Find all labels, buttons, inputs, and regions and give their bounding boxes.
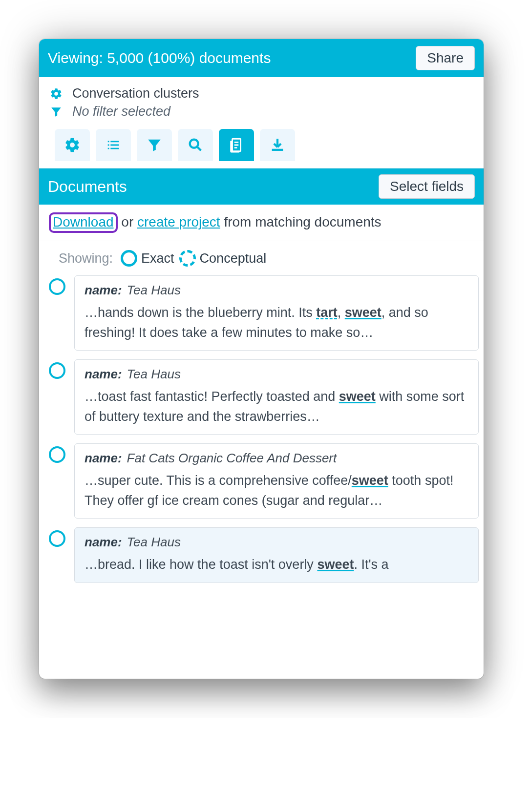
actions-bar: Download or create project from matching… [39, 205, 484, 241]
svg-point-0 [190, 140, 198, 148]
legend-conceptual[interactable]: Conceptual [179, 250, 267, 267]
document-card[interactable]: name:Tea Haus…toast fast fantastic! Perf… [74, 359, 479, 435]
tool-documents[interactable] [219, 129, 254, 161]
clusters-row[interactable]: Conversation clusters [49, 86, 474, 101]
create-project-link[interactable]: create project [137, 214, 220, 229]
download-highlight: Download [49, 212, 118, 233]
tool-filter[interactable] [137, 129, 172, 161]
tool-list[interactable] [96, 129, 131, 161]
tool-settings[interactable] [55, 129, 90, 161]
document-snippet: …hands down is the blueberry mint. Its t… [85, 303, 468, 342]
meta-field-label: name: [85, 451, 122, 465]
clusters-label: Conversation clusters [72, 86, 199, 101]
meta-field-value: Tea Haus [127, 535, 181, 549]
legend-conceptual-label: Conceptual [200, 251, 267, 266]
document-row: name:Fat Cats Organic Coffee And Dessert… [49, 443, 479, 519]
filter-label: No filter selected [72, 104, 170, 119]
legend-exact-label: Exact [141, 251, 174, 266]
meta-field-label: name: [85, 283, 122, 297]
exact-circle-icon [121, 250, 137, 267]
match-highlight: sweet [317, 557, 354, 572]
document-snippet: …toast fast fantastic! Perfectly toasted… [85, 387, 468, 426]
document-card[interactable]: name:Tea Haus…hands down is the blueberr… [74, 275, 479, 351]
document-meta: name:Tea Haus [85, 535, 468, 550]
meta-field-value: Tea Haus [127, 367, 181, 381]
filter-row[interactable]: No filter selected [49, 104, 474, 119]
conceptual-circle-icon [179, 250, 196, 267]
document-row: name:Tea Haus…bread. I like how the toas… [49, 527, 479, 583]
match-highlight: tart [316, 305, 338, 320]
match-highlight: sweet [352, 473, 388, 488]
section-header: Documents Select fields [39, 168, 484, 205]
viewing-count: Viewing: 5,000 (100%) documents [48, 50, 271, 66]
view-toolbar [49, 123, 474, 161]
document-select-radio[interactable] [49, 530, 65, 547]
document-meta: name:Fat Cats Organic Coffee And Dessert [85, 451, 468, 466]
meta-field-value: Fat Cats Organic Coffee And Dessert [127, 451, 337, 465]
download-link[interactable]: Download [53, 214, 114, 229]
tool-download[interactable] [260, 129, 295, 161]
share-button[interactable]: Share [416, 46, 475, 70]
context-block: Conversation clusters No filter selected [39, 77, 484, 168]
showing-legend: Showing: Exact Conceptual [39, 241, 484, 273]
legend-exact[interactable]: Exact [121, 250, 174, 267]
document-list[interactable]: name:Tea Haus…hands down is the blueberr… [39, 273, 484, 679]
document-meta: name:Tea Haus [85, 283, 468, 298]
document-row: name:Tea Haus…toast fast fantastic! Perf… [49, 359, 479, 435]
document-select-radio[interactable] [49, 446, 65, 463]
match-highlight: sweet [345, 305, 382, 320]
showing-label: Showing: [59, 251, 113, 266]
document-row: name:Tea Haus…hands down is the blueberr… [49, 275, 479, 351]
document-select-radio[interactable] [49, 362, 65, 379]
document-snippet: …bread. I like how the toast isn't overl… [85, 555, 468, 575]
select-fields-button[interactable]: Select fields [379, 174, 475, 199]
topbar: Viewing: 5,000 (100%) documents Share [39, 39, 484, 77]
actions-suffix: from matching documents [220, 214, 382, 229]
meta-field-value: Tea Haus [127, 283, 181, 297]
section-title: Documents [48, 178, 127, 196]
documents-panel: Viewing: 5,000 (100%) documents Share Co… [39, 39, 484, 679]
document-meta: name:Tea Haus [85, 367, 468, 382]
meta-field-label: name: [85, 367, 122, 381]
document-select-radio[interactable] [49, 278, 65, 295]
meta-field-label: name: [85, 535, 122, 549]
gear-icon [49, 87, 64, 100]
funnel-icon [49, 105, 64, 118]
document-snippet: …super cute. This is a comprehensive cof… [85, 471, 468, 510]
document-card[interactable]: name:Tea Haus…bread. I like how the toas… [74, 527, 479, 583]
tool-search[interactable] [178, 129, 213, 161]
document-card[interactable]: name:Fat Cats Organic Coffee And Dessert… [74, 443, 479, 519]
actions-or: or [118, 214, 137, 229]
match-highlight: sweet [339, 389, 376, 404]
